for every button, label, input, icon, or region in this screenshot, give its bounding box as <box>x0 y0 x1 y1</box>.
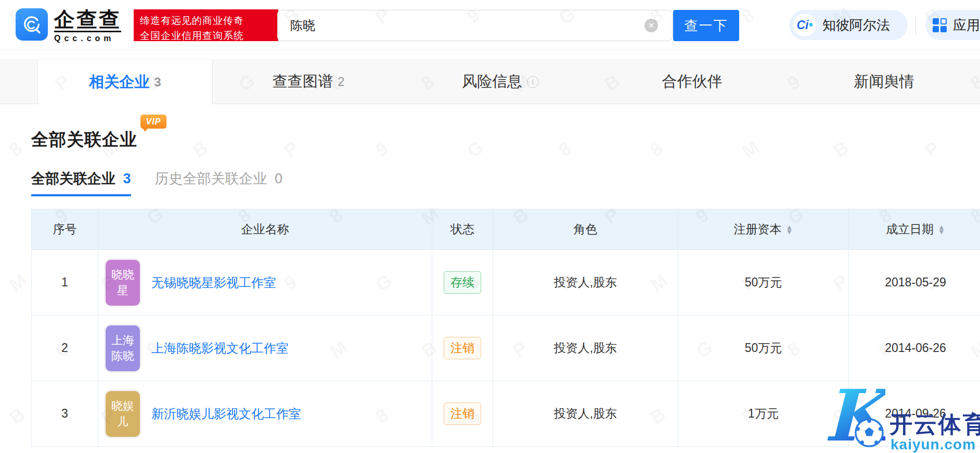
vip-badge: VIP <box>140 115 166 129</box>
tab-related-companies[interactable]: 相关企业 3 <box>37 60 213 104</box>
brand-domain: Qcc.com <box>54 34 121 43</box>
sub-tabbar: 全部关联企业 3 历史全部关联企业 0 <box>31 169 980 196</box>
tab-label: 相关企业 <box>89 72 149 93</box>
row-date: 2014-06-26 <box>849 316 980 381</box>
search-bar: ✕ <box>277 10 673 41</box>
brand-name: 企查查 <box>54 8 121 32</box>
col-date: 成立日期 ▲▼ <box>849 209 980 250</box>
subtab-label: 全部关联企业 <box>31 171 115 186</box>
related-companies-table: 序号 企业名称 状态 角色 注册资本 ▲▼ 成立日期 <box>31 209 980 447</box>
alpha-label: 知彼阿尔法 <box>822 16 890 34</box>
company-link[interactable]: 无锡晓晓星影视工作室 <box>151 274 276 291</box>
row-date: 2014-09-26 <box>849 381 980 447</box>
subtab-count: 0 <box>275 171 282 186</box>
main-tabbar: 相关企业 3 查查图谱 2 风险信息 i 合作伙伴 新闻舆情 <box>0 59 980 104</box>
col-index: 序号 <box>32 209 98 250</box>
row-index: 2 <box>32 316 98 381</box>
zhibi-alpha-entry[interactable]: Ci• 知彼阿尔法 <box>789 10 908 40</box>
tab-label: 新闻舆情 <box>854 71 914 92</box>
company-avatar: 上海陈晓 <box>106 325 140 371</box>
col-status: 状态 <box>432 209 493 250</box>
row-capital: 50万元 <box>678 250 849 316</box>
slogan-line1: 缔造有远见的商业传奇 <box>140 13 272 28</box>
row-role: 投资人,股东 <box>493 381 678 447</box>
table-row: 1 晓晓星 无锡晓晓星影视工作室 存续 投资人,股东 50万元 2018-05-… <box>32 250 980 316</box>
sort-icon: ▲▼ <box>786 225 793 234</box>
tab-partners[interactable]: 合作伙伴 <box>596 60 788 104</box>
status-badge: 注销 <box>444 337 481 359</box>
slogan-banner: 缔造有远见的商业传奇 全国企业信用查询系统 <box>134 9 278 41</box>
apps-grid-icon <box>933 18 947 32</box>
col-role: 角色 <box>493 209 678 250</box>
header-divider <box>915 16 916 34</box>
row-index: 3 <box>32 381 98 447</box>
tab-count: 3 <box>154 75 161 90</box>
tab-label: 查查图谱 <box>273 71 333 92</box>
clear-search-icon[interactable]: ✕ <box>644 19 658 32</box>
top-header: 企查查 Qcc.com 缔造有远见的商业传奇 全国企业信用查询系统 ✕ 查一下 … <box>0 0 980 49</box>
row-capital: 1万元 <box>678 381 849 447</box>
row-role: 投资人,股东 <box>493 250 678 316</box>
tab-label: 风险信息 <box>462 71 522 92</box>
row-date: 2018-05-29 <box>849 250 980 316</box>
status-badge: 存续 <box>444 271 481 294</box>
row-capital: 50万元 <box>678 316 849 381</box>
subtab-history-related[interactable]: 历史全部关联企业 0 <box>155 169 283 196</box>
qcc-logo[interactable]: 企查查 Qcc.com <box>16 8 121 43</box>
alpha-logo-icon: Ci• <box>793 14 816 36</box>
tab-risk-info[interactable]: 风险信息 i <box>405 60 597 104</box>
subtab-label: 历史全部关联企业 <box>155 171 267 186</box>
company-avatar: 晓娱儿 <box>106 391 140 437</box>
subtab-all-related[interactable]: 全部关联企业 3 <box>31 169 131 196</box>
page-title: 全部关联企业 VIP <box>31 128 137 152</box>
table-row: 2 上海陈晓 上海陈晓影视文化工作室 注销 投资人,股东 50万元 2014-0… <box>32 316 980 381</box>
tab-chacha-graph[interactable]: 查查图谱 2 <box>213 60 405 104</box>
tab-count: 2 <box>338 74 344 89</box>
slogan-line2: 全国企业信用查询系统 <box>140 28 272 43</box>
table-row: 3 晓娱儿 新沂晓娱儿影视文化工作室 注销 投资人,股东 1万元 2014-09… <box>32 381 980 447</box>
main-content: 全部关联企业 VIP 全部关联企业 3 历史全部关联企业 0 序号 企业名称 状… <box>0 128 980 447</box>
search-input[interactable] <box>277 10 673 41</box>
sort-date[interactable]: 成立日期 ▲▼ <box>886 221 945 237</box>
status-badge: 注销 <box>444 402 481 425</box>
sort-icon: ▲▼ <box>938 225 945 234</box>
col-company-name: 企业名称 <box>98 209 432 250</box>
info-icon[interactable]: i <box>527 76 539 88</box>
qcc-wordmark: 企查查 Qcc.com <box>54 8 121 43</box>
tab-news-opinion[interactable]: 新闻舆情 <box>788 60 980 104</box>
table-header-row: 序号 企业名称 状态 角色 注册资本 ▲▼ 成立日期 <box>32 209 980 250</box>
row-index: 1 <box>32 250 98 316</box>
company-avatar: 晓晓星 <box>106 260 140 306</box>
tab-label: 合作伙伴 <box>662 71 723 92</box>
apps-label: 应用 <box>953 16 980 34</box>
apps-entry[interactable]: 应用 <box>925 10 980 40</box>
company-link[interactable]: 新沂晓娱儿影视文化工作室 <box>151 406 301 422</box>
qcc-logo-icon <box>16 8 48 41</box>
sort-capital[interactable]: 注册资本 ▲▼ <box>734 221 793 237</box>
search-button[interactable]: 查一下 <box>673 10 739 41</box>
col-capital: 注册资本 ▲▼ <box>678 209 849 250</box>
company-link[interactable]: 上海陈晓影视文化工作室 <box>151 340 289 357</box>
row-role: 投资人,股东 <box>493 316 678 381</box>
subtab-count: 3 <box>123 171 131 186</box>
